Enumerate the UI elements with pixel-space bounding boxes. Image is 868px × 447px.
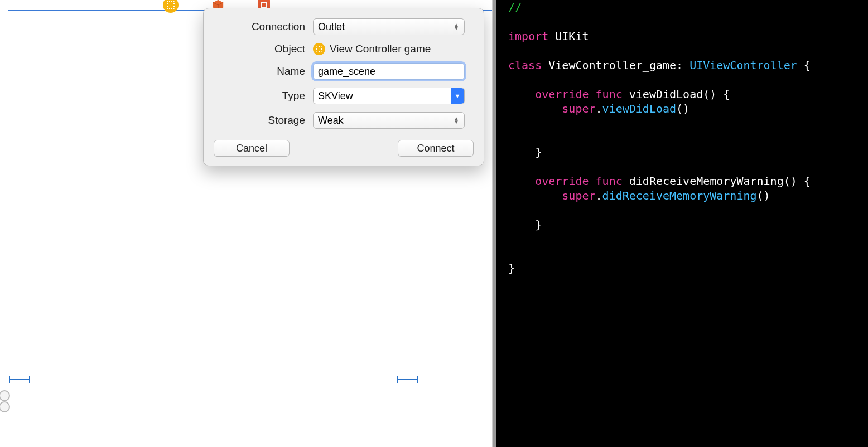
viewcontroller-chip-icon[interactable]	[163, 0, 179, 13]
updown-icon: ▲▼	[452, 117, 461, 124]
updown-icon: ▲▼	[452, 23, 461, 30]
type-label: Type	[214, 90, 313, 102]
connection-handle-icon[interactable]	[0, 401, 10, 412]
code-content: // import UIKit class ViewController_gam…	[508, 0, 868, 275]
connection-label: Connection	[214, 21, 313, 33]
canvas-divider	[418, 167, 418, 447]
storage-row: Storage Weak ▲▼	[214, 112, 474, 129]
connect-button[interactable]: Connect	[398, 140, 474, 157]
connection-row: Connection Outlet ▲▼	[214, 18, 474, 35]
storage-label: Storage	[214, 114, 313, 127]
connection-select[interactable]: Outlet ▲▼	[313, 18, 465, 35]
popover-button-row: Cancel Connect	[214, 140, 474, 157]
storage-select-value: Weak	[318, 115, 344, 127]
outlet-connection-popover: Connection Outlet ▲▼ Object View Control…	[203, 8, 484, 166]
viewcontroller-chip-icon	[313, 43, 325, 55]
object-label: Object	[214, 43, 313, 55]
constraint-indicator-right[interactable]	[397, 379, 418, 380]
object-value-text: View Controller game	[330, 43, 431, 55]
cancel-button[interactable]: Cancel	[214, 140, 290, 157]
connection-select-value: Outlet	[318, 21, 345, 33]
interface-builder-canvas[interactable]: Connection Outlet ▲▼ Object View Control…	[0, 0, 493, 447]
name-row: Name	[214, 63, 474, 80]
object-row: Object View Controller game	[214, 43, 474, 55]
type-row: Type SKView ▼	[214, 88, 474, 104]
storage-select[interactable]: Weak ▲▼	[313, 112, 465, 129]
chevron-down-icon: ▼	[451, 88, 464, 104]
source-editor[interactable]: // import UIKit class ViewController_gam…	[493, 0, 868, 447]
connection-handle-icon[interactable]	[0, 390, 10, 401]
type-combobox[interactable]: SKView ▼	[313, 88, 465, 104]
name-input[interactable]	[313, 63, 465, 80]
constraint-indicator-left[interactable]	[9, 379, 30, 380]
name-label: Name	[214, 65, 313, 77]
type-combobox-value: SKView	[314, 90, 451, 102]
